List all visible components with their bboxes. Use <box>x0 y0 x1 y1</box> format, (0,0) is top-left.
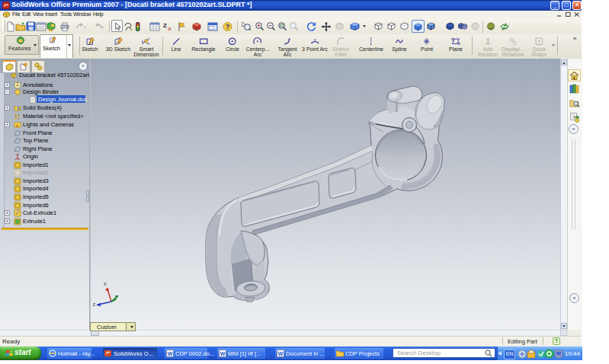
svg-text:a: a <box>168 25 171 32</box>
svg-text:?: ? <box>226 23 229 30</box>
svg-text:A: A <box>16 82 20 88</box>
svg-text:x: x <box>104 280 107 287</box>
svg-text:Z: Z <box>163 22 167 29</box>
svg-text:W: W <box>168 351 173 356</box>
svg-text:W: W <box>278 351 284 356</box>
svg-text:z: z <box>93 301 96 308</box>
svg-text:W: W <box>220 351 226 356</box>
